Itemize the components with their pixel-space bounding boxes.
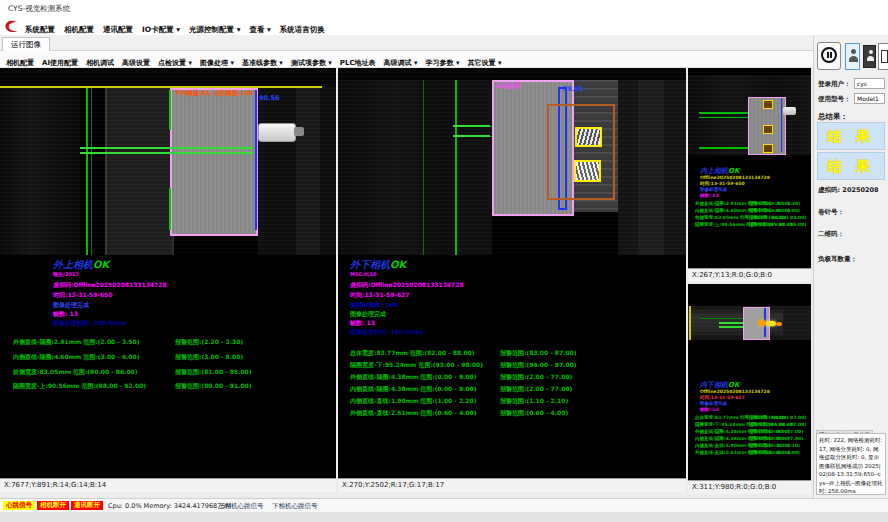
green-edge-segment — [169, 90, 171, 130]
connector-part — [258, 123, 296, 142]
measurement-value: 隔圈宽度-上:90.56mm 范围:(88.00 - 92.00) — [13, 382, 146, 391]
measurement-alarm: 报警范围:(2.00 - 77.00) — [500, 373, 572, 382]
green-measure-line — [699, 117, 748, 118]
tab-detect-box — [763, 125, 773, 134]
time-line: 时间:13-31-59-650 — [700, 181, 745, 186]
user-icon-body — [849, 56, 858, 62]
measurement-value: 外侧直线-隔圈:4.38mm 范围:(0.00 - 9.00) — [350, 373, 476, 382]
user-icon — [869, 50, 873, 54]
mini-camera-view-2[interactable]: 内下相机OK Offline20250208133134728 时间:13-31… — [688, 284, 811, 480]
pause-button[interactable] — [817, 42, 841, 70]
measurement-alarm: 报警范围:(94.00 - 97.00) — [749, 422, 806, 427]
time-line: 时间:13-31-59-627 — [700, 395, 745, 400]
green-measure-line — [719, 322, 743, 324]
yellow-reference-line — [0, 86, 322, 88]
measurement-alarm: 报警范围:(0.60 - 4.00) — [500, 409, 568, 418]
connector-tip — [294, 127, 304, 136]
app-window: { "window": { "title": "CYS-视觉检测系统" }, "… — [0, 0, 888, 522]
user-icon-body — [867, 56, 874, 61]
bright-blob — [776, 322, 782, 326]
measurement-value: 内侧直线-隔圈:4.38mm 范围:(0.00 - 9.00) — [350, 385, 476, 394]
camera-name: 外下相机 — [350, 259, 390, 270]
tab-detect-box — [575, 127, 602, 147]
qr-code-label: 二维码： — [818, 230, 844, 239]
login-user-label: 登录用户： — [818, 80, 851, 89]
user-icon — [851, 49, 856, 54]
login-button[interactable] — [845, 43, 860, 70]
green-vertical-line — [86, 88, 88, 255]
tab-run-image[interactable]: 运行图像 — [2, 37, 50, 52]
total-result-box-lower: 结 果 — [817, 152, 885, 180]
camera-name: 内下相机 — [700, 381, 728, 389]
blue-measure-value: 90.56 — [259, 94, 280, 102]
measurement-alarm: 报警范围:(89.00 - 91.00) — [749, 222, 806, 227]
measurement-alarm: 报警范围:(0.60 - 4.00) — [749, 450, 800, 455]
green-vertical-line — [455, 80, 457, 255]
login-user-value[interactable]: cys — [854, 78, 885, 89]
model-value[interactable]: Model1 — [854, 93, 885, 104]
total-result-box-upper: 结 果 — [817, 122, 885, 150]
mini-camera-view-1[interactable]: 内上相机OK Offline20250208133134728 时间:13-31… — [688, 68, 811, 268]
upper-camera-heartbeat[interactable]: 上相机心跳信号 — [218, 502, 264, 511]
exit-button[interactable] — [878, 43, 888, 70]
app-logo-icon — [4, 19, 19, 36]
camera-name: 外上相机 — [53, 259, 93, 270]
process-done-line: 图像处理完成 — [53, 301, 89, 310]
tab-detect-box — [763, 100, 773, 109]
cpu-memory-readout: Cpu: 0.0% Memory: 3424.41796875M — [108, 502, 231, 510]
green-measure-line — [719, 326, 743, 328]
menu-bar: 系统配置相机配置通讯配置IO卡配置 ▾光源控制配置 ▾查看 ▾系统语言切换 — [0, 18, 888, 35]
measurement-alarm: 报警范围:(94.00 - 97.00) — [500, 361, 577, 370]
log-output[interactable]: 耗时: 222, 网络检测耗时: 17, 网络分类耗时: 0, 网络提取分区耗时… — [816, 433, 886, 495]
tab-detect-box — [574, 160, 601, 182]
total-result-label: 总结果： — [818, 112, 848, 122]
frame-count-line: 帧数: 13 — [53, 310, 78, 319]
time-line: 时间:13-31-59-650 — [53, 291, 112, 300]
green-measure-line — [80, 152, 253, 154]
toolbar: 相机配置AI使用配置相机调试高级设置点检设置 ▾图像处理 ▾基准线参数 ▾测试项… — [0, 51, 813, 68]
process-done-line: 图像处理完成 — [350, 310, 386, 319]
right-camera-view[interactable]: AI检测框 28.85 外下相机OK MSC:0|10 虚拟码:Offline2… — [338, 68, 686, 478]
green-measure-line — [80, 147, 253, 149]
barcode-line: Offline20250208133134728 — [700, 175, 770, 180]
elapsed-line: 图像处理耗时: 180.00ms — [350, 328, 423, 337]
pause-icon — [821, 47, 837, 63]
green-measure-line — [699, 112, 748, 114]
process-done-line: 图像处理完成 — [700, 187, 727, 192]
result-ok-label: OK — [390, 259, 406, 270]
ai-time-line: 使用AI耗时: 166 — [350, 301, 398, 310]
model-label: 使用型号： — [818, 95, 851, 104]
measurement-alarm: 报警范围:(83.00 - 87.00) — [749, 415, 806, 420]
connector-part — [783, 107, 796, 115]
needle-number-label: 卷针号： — [818, 208, 844, 217]
measurement-alarm: 报警范围:(2.00 - 77.00) — [749, 436, 803, 441]
left-view-statusbar: X:7677;Y:891;R:14;G:14;B:14 — [0, 478, 336, 492]
measurement-alarm: 报警范围:(2.20 - 3.30) — [749, 201, 800, 206]
lower-camera-heartbeat[interactable]: 下相机心跳信号 — [272, 502, 318, 511]
window-title: CYS-视觉检测系统 — [0, 0, 888, 18]
measurement-alarm: 报警范围:(81.00 - 85.00) — [749, 215, 806, 220]
camera-title: 外上相机OK — [53, 258, 109, 272]
frame-count-line: 帧数: 13 — [700, 407, 719, 412]
ai-box-label: AI检测框 — [496, 82, 521, 91]
bright-blob — [766, 321, 776, 326]
measurement-alarm: 报警范围:(2.00 - 77.00) — [749, 429, 803, 434]
window-resize-strip — [0, 512, 888, 522]
exposure-label: 曝光:2017 — [53, 271, 79, 277]
heartbeat-badge: 心跳信号 — [3, 501, 35, 510]
time-line: 时间:13-31-59-627 — [350, 291, 409, 300]
measurement-value: 内侧直线-隔圈:4.60mm 范围:(3.00 - 6.00) — [13, 353, 139, 362]
green-measure-line — [453, 135, 490, 137]
green-measure-line — [700, 318, 743, 319]
mini1-statusbar: X:267;Y:13;R:0;G:0;B:0 — [688, 268, 811, 282]
measurement-value: 总体宽度:83.77mm 范围:(82.00 - 88.00) — [350, 349, 474, 358]
green-measure-line — [453, 125, 490, 127]
measurement-alarm: 报警范围:(3.00 - 8.00) — [749, 208, 800, 213]
barcode-line: Offline20250208133134728 — [700, 389, 770, 394]
barcode-line: 虚拟码:Offline20250208133134728 — [53, 281, 167, 290]
threshold-overlay-label: 平均阈值:93, 动态阈值:100 — [175, 89, 253, 98]
yellow-reference-line — [689, 306, 691, 340]
left-camera-view[interactable]: 平均阈值:93, 动态阈值:100 90.56 外上相机OK 曝光:2017 虚… — [0, 68, 336, 478]
user-button[interactable] — [863, 45, 876, 68]
mini2-statusbar: X:311;Y:980;R:0;G:0;B:0 — [688, 480, 811, 494]
